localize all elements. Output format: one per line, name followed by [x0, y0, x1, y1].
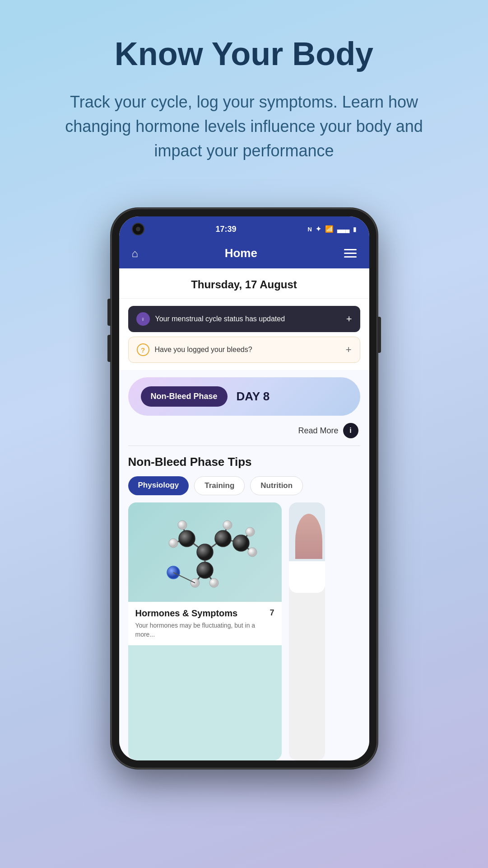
read-more-label[interactable]: Read More: [298, 426, 338, 436]
hormones-card[interactable]: 7 Hormones & Symptoms Your hormones may …: [128, 502, 282, 760]
cycle-icon: ♀: [136, 312, 150, 326]
card-title: Hormones & Symptoms: [135, 608, 274, 619]
phone-wrapper: 17:39 N ✦ 📶 ▄▄▄ ▮ ⌂ Home: [0, 208, 488, 769]
menu-button[interactable]: [344, 249, 357, 258]
content-area: Thursday, 17 August ♀ Your menstrual cyc…: [119, 268, 369, 760]
svg-point-16: [223, 521, 232, 530]
phone-frame: 17:39 N ✦ 📶 ▄▄▄ ▮ ⌂ Home: [111, 208, 377, 769]
home-icon[interactable]: ⌂: [132, 247, 139, 260]
bleed-log-notification[interactable]: ? Have you logged your bleeds? +: [128, 337, 360, 363]
info-button[interactable]: i: [343, 423, 358, 438]
svg-point-13: [179, 530, 195, 547]
tab-physiology[interactable]: Physiology: [128, 476, 189, 495]
molecule-illustration: [146, 507, 264, 597]
svg-point-12: [215, 530, 231, 547]
phase-card: Non-Bleed Phase DAY 8: [128, 377, 360, 416]
card-description: Your hormones may be fluctuating, but in…: [135, 621, 274, 639]
tips-tabs: Physiology Training Nutrition: [128, 476, 360, 495]
bluetooth-icon: ✦: [316, 225, 321, 233]
card-image: [128, 502, 282, 602]
battery-icon: ▮: [353, 226, 356, 233]
svg-point-14: [197, 562, 213, 578]
signal-icon: ▄▄▄: [337, 226, 350, 233]
expand-icon-light[interactable]: +: [346, 344, 352, 356]
question-icon: ?: [137, 343, 149, 356]
svg-point-19: [209, 578, 218, 587]
svg-point-11: [197, 544, 213, 560]
date-header: Thursday, 17 August: [119, 268, 369, 299]
svg-point-22: [248, 548, 257, 557]
second-card-preview[interactable]: [289, 502, 325, 760]
tab-training[interactable]: Training: [194, 476, 245, 495]
tab-nutrition[interactable]: Nutrition: [250, 476, 303, 495]
read-more-row: Read More i: [119, 423, 369, 446]
card-number: 7: [270, 608, 274, 618]
nav-title: Home: [225, 246, 257, 260]
tips-section: Non-Bleed Phase Tips Physiology Training…: [119, 446, 369, 502]
hero-subtitle: Track your cycle, log your symptoms. Lea…: [45, 90, 443, 163]
phase-day: DAY 8: [237, 389, 270, 404]
tips-title: Non-Bleed Phase Tips: [128, 455, 360, 469]
expand-icon[interactable]: +: [346, 313, 352, 325]
front-camera: [132, 223, 144, 235]
phone-screen: 17:39 N ✦ 📶 ▄▄▄ ▮ ⌂ Home: [119, 216, 369, 760]
cycle-update-notification[interactable]: ♀ Your menstrual cycle status has update…: [128, 306, 360, 332]
wifi-icon: 📶: [325, 225, 334, 233]
bleed-log-text: Have you logged your bleeds?: [155, 346, 252, 354]
cycle-update-text: Your menstrual cycle status has updated: [155, 315, 285, 323]
status-bar: 17:39 N ✦ 📶 ▄▄▄ ▮: [119, 216, 369, 240]
status-time: 17:39: [215, 225, 236, 234]
svg-point-15: [233, 535, 249, 551]
svg-point-21: [246, 527, 255, 536]
svg-point-18: [169, 539, 178, 548]
status-icons: N ✦ 📶 ▄▄▄ ▮: [307, 225, 356, 233]
content-cards: 7 Hormones & Symptoms Your hormones may …: [119, 502, 369, 760]
notifications-area: ♀ Your menstrual cycle status has update…: [119, 299, 369, 370]
date-text: Thursday, 17 August: [191, 278, 297, 291]
hero-title: Know Your Body: [45, 36, 443, 72]
svg-point-17: [178, 521, 187, 530]
nav-bar: ⌂ Home: [119, 240, 369, 268]
nfc-icon: N: [307, 226, 311, 233]
card-info: 7 Hormones & Symptoms Your hormones may …: [128, 602, 282, 645]
phase-pill: Non-Bleed Phase: [141, 386, 228, 407]
hero-section: Know Your Body Track your cycle, log you…: [0, 0, 488, 181]
